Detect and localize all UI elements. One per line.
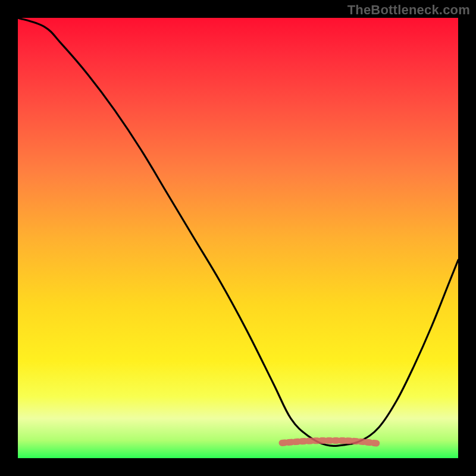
- bottleneck-chart: [18, 18, 458, 458]
- watermark-text: TheBottleneck.com: [347, 2, 470, 18]
- gradient-background: [18, 18, 458, 458]
- optimal-range-highlight: [282, 440, 379, 443]
- chart-frame: [18, 18, 458, 458]
